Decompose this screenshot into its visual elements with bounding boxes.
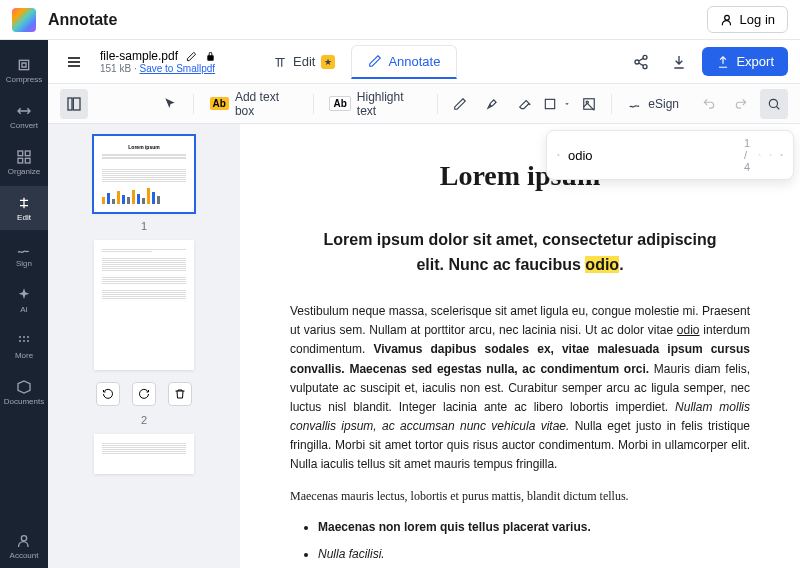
- svg-rect-16: [68, 98, 72, 110]
- pencil-icon[interactable]: [186, 51, 197, 62]
- page-thumbnail-2[interactable]: [94, 240, 194, 370]
- delete-page-button[interactable]: [168, 382, 192, 406]
- text-icon: [273, 55, 287, 69]
- thumb-number-1: 1: [141, 220, 147, 232]
- doc-paragraph: Vestibulum neque massa, scelerisque sit …: [290, 302, 750, 475]
- svg-point-22: [557, 154, 559, 156]
- next-result-icon[interactable]: [769, 148, 772, 162]
- doc-list: Maecenas non lorem quis tellus placerat …: [318, 518, 750, 568]
- svg-point-13: [643, 55, 647, 59]
- star-badge: ★: [321, 55, 335, 69]
- login-button[interactable]: Log in: [707, 6, 788, 33]
- svg-rect-1: [19, 60, 28, 69]
- lock-icon: [205, 51, 216, 62]
- left-rail: Compress Convert Organize Edit Sign AI M…: [0, 40, 48, 568]
- doc-lead: Lorem ipsum dolor sit amet, consectetur …: [290, 227, 750, 278]
- svg-rect-17: [73, 98, 80, 110]
- highlighter-tool[interactable]: [478, 89, 506, 119]
- download-button[interactable]: [664, 47, 694, 77]
- rail-sign[interactable]: Sign: [0, 232, 48, 276]
- rail-more[interactable]: More: [0, 324, 48, 368]
- rail-ai[interactable]: AI: [0, 278, 48, 322]
- cursor-tool[interactable]: [156, 89, 184, 119]
- svg-rect-2: [18, 151, 23, 156]
- search-button[interactable]: [760, 89, 788, 119]
- list-item: Nulla facilisi.: [318, 545, 750, 564]
- svg-point-10: [23, 340, 25, 342]
- undo-button[interactable]: [695, 89, 723, 119]
- search-popup: 1 / 4: [546, 130, 794, 180]
- tab-annotate[interactable]: Annotate: [351, 45, 457, 79]
- search-input[interactable]: [568, 148, 736, 163]
- thumbnail-panel: Lorem ipsum 1: [48, 124, 240, 568]
- redo-button[interactable]: [727, 89, 755, 119]
- file-name: file-sample.pdf: [100, 49, 178, 63]
- document-view[interactable]: 1 / 4 Lorem ipsum Lorem ipsum dolor sit …: [240, 124, 800, 568]
- page-thumbnail-3[interactable]: [94, 434, 194, 474]
- layout-toggle[interactable]: [60, 89, 88, 119]
- svg-rect-3: [25, 151, 30, 156]
- shape-tool[interactable]: [543, 89, 571, 119]
- pencil-tool[interactable]: [446, 89, 474, 119]
- export-button[interactable]: Export: [702, 47, 788, 76]
- rail-account[interactable]: Account: [0, 524, 48, 568]
- hamburger-menu[interactable]: [60, 48, 88, 76]
- search-highlight: odio: [585, 256, 619, 273]
- svg-rect-5: [25, 158, 30, 163]
- save-link[interactable]: Save to Smallpdf: [139, 63, 215, 74]
- svg-point-0: [724, 15, 729, 20]
- thumb-number-2: 2: [141, 414, 147, 426]
- search-count: 1 / 4: [744, 137, 750, 173]
- doc-paragraph: Maecenas mauris lectus, lobortis et puru…: [290, 487, 750, 506]
- user-icon: [720, 13, 734, 27]
- highlight-tool[interactable]: AbHighlight text: [321, 89, 428, 119]
- svg-rect-4: [18, 158, 23, 163]
- svg-point-9: [19, 340, 21, 342]
- rail-convert[interactable]: Convert: [0, 94, 48, 138]
- rail-organize[interactable]: Organize: [0, 140, 48, 184]
- prev-result-icon[interactable]: [758, 148, 761, 162]
- rail-compress[interactable]: Compress: [0, 48, 48, 92]
- svg-rect-19: [584, 98, 595, 109]
- list-item: Maecenas non lorem quis tellus placerat …: [318, 518, 750, 537]
- document-page: Lorem ipsum Lorem ipsum dolor sit amet, …: [240, 124, 800, 568]
- close-search-icon[interactable]: [780, 148, 783, 162]
- rotate-right-button[interactable]: [132, 382, 156, 406]
- svg-point-14: [635, 60, 639, 64]
- search-icon: [557, 148, 560, 162]
- pen-icon: [368, 54, 382, 68]
- rail-edit[interactable]: Edit: [0, 186, 48, 230]
- rail-documents[interactable]: Documents: [0, 370, 48, 414]
- share-button[interactable]: [626, 47, 656, 77]
- page-thumbnail-1[interactable]: Lorem ipsum: [94, 136, 194, 212]
- svg-point-6: [19, 336, 21, 338]
- svg-point-15: [643, 64, 647, 68]
- upload-icon: [716, 55, 730, 69]
- tab-edit[interactable]: Edit ★: [257, 45, 351, 79]
- image-tool[interactable]: [575, 89, 603, 119]
- svg-point-12: [21, 535, 26, 540]
- svg-point-8: [27, 336, 29, 338]
- add-text-tool[interactable]: AbAdd text box: [202, 89, 305, 119]
- login-label: Log in: [740, 12, 775, 27]
- app-logo[interactable]: [12, 8, 36, 32]
- eraser-tool[interactable]: [510, 89, 538, 119]
- file-size: 151 kB: [100, 63, 131, 74]
- svg-point-21: [769, 99, 777, 107]
- svg-point-11: [27, 340, 29, 342]
- svg-rect-18: [545, 99, 554, 108]
- svg-point-7: [23, 336, 25, 338]
- app-title: Annotate: [48, 11, 707, 29]
- rotate-left-button[interactable]: [96, 382, 120, 406]
- esign-tool[interactable]: eSign: [620, 89, 687, 119]
